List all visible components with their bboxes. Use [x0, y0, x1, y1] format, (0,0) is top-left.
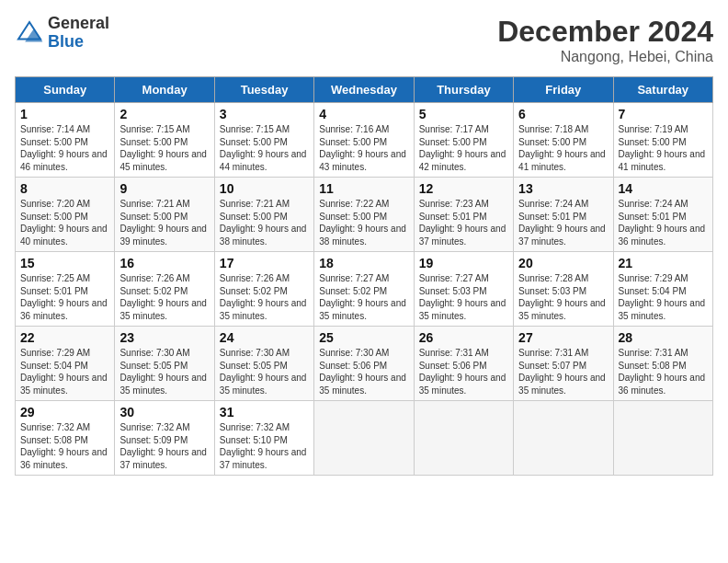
calendar-cell: 29Sunrise: 7:32 AMSunset: 5:08 PMDayligh…: [16, 401, 115, 476]
day-header-friday: Friday: [514, 77, 613, 103]
calendar-cell: 28Sunrise: 7:31 AMSunset: 5:08 PMDayligh…: [613, 327, 712, 401]
logo: General Blue: [15, 15, 109, 52]
calendar-week-2: 8Sunrise: 7:20 AMSunset: 5:00 PMDaylight…: [16, 178, 713, 252]
cell-details: Sunrise: 7:27 AMSunset: 5:03 PMDaylight:…: [419, 272, 508, 322]
cell-details: Sunrise: 7:20 AMSunset: 5:00 PMDaylight:…: [20, 198, 109, 247]
cell-details: Sunrise: 7:31 AMSunset: 5:07 PMDaylight:…: [518, 347, 608, 396]
day-number: 18: [319, 256, 408, 270]
calendar-header-row: SundayMondayTuesdayWednesdayThursdayFrid…: [16, 77, 713, 103]
day-number: 25: [319, 330, 408, 345]
cell-details: Sunrise: 7:17 AMSunset: 5:00 PMDaylight:…: [419, 123, 508, 173]
calendar-cell: 7Sunrise: 7:19 AMSunset: 5:00 PMDaylight…: [613, 103, 712, 178]
calendar-cell: [414, 401, 513, 476]
cell-details: Sunrise: 7:32 AMSunset: 5:09 PMDaylight:…: [119, 421, 209, 471]
cell-details: Sunrise: 7:24 AMSunset: 5:01 PMDaylight:…: [619, 198, 708, 247]
calendar-cell: 18Sunrise: 7:27 AMSunset: 5:02 PMDayligh…: [314, 252, 414, 327]
calendar-cell: 23Sunrise: 7:30 AMSunset: 5:05 PMDayligh…: [115, 327, 214, 401]
day-number: 24: [220, 330, 309, 345]
cell-details: Sunrise: 7:30 AMSunset: 5:05 PMDaylight:…: [220, 347, 309, 396]
cell-details: Sunrise: 7:32 AMSunset: 5:08 PMDaylight:…: [20, 421, 109, 471]
day-number: 14: [619, 181, 708, 196]
calendar-cell: 12Sunrise: 7:23 AMSunset: 5:01 PMDayligh…: [414, 178, 513, 252]
logo-icon: [15, 18, 44, 48]
cell-details: Sunrise: 7:30 AMSunset: 5:05 PMDaylight:…: [119, 347, 209, 396]
calendar-cell: 24Sunrise: 7:30 AMSunset: 5:05 PMDayligh…: [214, 327, 313, 401]
cell-details: Sunrise: 7:22 AMSunset: 5:00 PMDaylight:…: [319, 198, 408, 247]
calendar-cell: 19Sunrise: 7:27 AMSunset: 5:03 PMDayligh…: [414, 252, 513, 327]
cell-details: Sunrise: 7:18 AMSunset: 5:00 PMDaylight:…: [518, 123, 608, 173]
cell-details: Sunrise: 7:16 AMSunset: 5:00 PMDaylight:…: [319, 123, 408, 173]
calendar-cell: 21Sunrise: 7:29 AMSunset: 5:04 PMDayligh…: [613, 252, 712, 327]
day-number: 20: [518, 256, 608, 270]
calendar-cell: 25Sunrise: 7:30 AMSunset: 5:06 PMDayligh…: [314, 327, 414, 401]
cell-details: Sunrise: 7:31 AMSunset: 5:08 PMDaylight:…: [619, 347, 708, 396]
day-number: 28: [619, 330, 708, 345]
day-number: 7: [619, 107, 708, 121]
calendar-cell: 8Sunrise: 7:20 AMSunset: 5:00 PMDaylight…: [16, 178, 115, 252]
logo-line1: General: [48, 15, 109, 33]
calendar-cell: 31Sunrise: 7:32 AMSunset: 5:10 PMDayligh…: [214, 401, 313, 476]
calendar-cell: 5Sunrise: 7:17 AMSunset: 5:00 PMDaylight…: [414, 103, 513, 178]
svg-rect-0: [17, 19, 43, 46]
day-number: 17: [220, 256, 309, 270]
day-number: 16: [119, 256, 209, 270]
day-header-sunday: Sunday: [16, 77, 115, 103]
calendar-cell: 14Sunrise: 7:24 AMSunset: 5:01 PMDayligh…: [613, 178, 712, 252]
calendar-cell: [314, 401, 414, 476]
day-number: 6: [518, 107, 608, 121]
cell-details: Sunrise: 7:32 AMSunset: 5:10 PMDaylight:…: [220, 421, 309, 471]
calendar-cell: 2Sunrise: 7:15 AMSunset: 5:00 PMDaylight…: [115, 103, 214, 178]
calendar-cell: 16Sunrise: 7:26 AMSunset: 5:02 PMDayligh…: [115, 252, 214, 327]
day-number: 12: [419, 181, 508, 196]
day-number: 26: [419, 330, 508, 345]
day-number: 2: [119, 107, 209, 121]
cell-details: Sunrise: 7:25 AMSunset: 5:01 PMDaylight:…: [20, 272, 109, 322]
title-block: December 2024 Nangong, Hebei, China: [497, 15, 713, 65]
day-number: 23: [119, 330, 209, 345]
cell-details: Sunrise: 7:15 AMSunset: 5:00 PMDaylight:…: [119, 123, 209, 173]
page-header: General Blue December 2024 Nangong, Hebe…: [15, 15, 713, 65]
day-number: 4: [319, 107, 408, 121]
day-number: 22: [20, 330, 109, 345]
day-number: 9: [119, 181, 209, 196]
calendar-cell: 10Sunrise: 7:21 AMSunset: 5:00 PMDayligh…: [214, 178, 313, 252]
cell-details: Sunrise: 7:21 AMSunset: 5:00 PMDaylight:…: [220, 198, 309, 247]
calendar-cell: [613, 401, 712, 476]
calendar-cell: [514, 401, 613, 476]
day-number: 15: [20, 256, 109, 270]
calendar-table: SundayMondayTuesdayWednesdayThursdayFrid…: [15, 76, 713, 476]
cell-details: Sunrise: 7:29 AMSunset: 5:04 PMDaylight:…: [619, 272, 708, 322]
day-number: 31: [220, 405, 309, 419]
day-number: 11: [319, 181, 408, 196]
day-header-tuesday: Tuesday: [214, 77, 313, 103]
calendar-cell: 20Sunrise: 7:28 AMSunset: 5:03 PMDayligh…: [514, 252, 613, 327]
day-number: 30: [119, 405, 209, 419]
cell-details: Sunrise: 7:29 AMSunset: 5:04 PMDaylight:…: [20, 347, 109, 396]
cell-details: Sunrise: 7:28 AMSunset: 5:03 PMDaylight:…: [518, 272, 608, 322]
cell-details: Sunrise: 7:15 AMSunset: 5:00 PMDaylight:…: [220, 123, 309, 173]
calendar-cell: 22Sunrise: 7:29 AMSunset: 5:04 PMDayligh…: [16, 327, 115, 401]
calendar-cell: 6Sunrise: 7:18 AMSunset: 5:00 PMDaylight…: [514, 103, 613, 178]
logo-line2: Blue: [48, 33, 109, 52]
cell-details: Sunrise: 7:26 AMSunset: 5:02 PMDaylight:…: [220, 272, 309, 322]
calendar-week-4: 22Sunrise: 7:29 AMSunset: 5:04 PMDayligh…: [16, 327, 713, 401]
calendar-week-1: 1Sunrise: 7:14 AMSunset: 5:00 PMDaylight…: [16, 103, 713, 178]
calendar-cell: 4Sunrise: 7:16 AMSunset: 5:00 PMDaylight…: [314, 103, 414, 178]
calendar-cell: 27Sunrise: 7:31 AMSunset: 5:07 PMDayligh…: [514, 327, 613, 401]
day-number: 13: [518, 181, 608, 196]
day-header-saturday: Saturday: [613, 77, 712, 103]
calendar-cell: 1Sunrise: 7:14 AMSunset: 5:00 PMDaylight…: [16, 103, 115, 178]
day-number: 8: [20, 181, 109, 196]
day-number: 5: [419, 107, 508, 121]
calendar-cell: 26Sunrise: 7:31 AMSunset: 5:06 PMDayligh…: [414, 327, 513, 401]
cell-details: Sunrise: 7:30 AMSunset: 5:06 PMDaylight:…: [319, 347, 408, 396]
calendar-cell: 3Sunrise: 7:15 AMSunset: 5:00 PMDaylight…: [214, 103, 313, 178]
day-header-monday: Monday: [115, 77, 214, 103]
day-number: 21: [619, 256, 708, 270]
day-number: 19: [419, 256, 508, 270]
location: Nangong, Hebei, China: [497, 49, 713, 65]
calendar-cell: 17Sunrise: 7:26 AMSunset: 5:02 PMDayligh…: [214, 252, 313, 327]
day-number: 3: [220, 107, 309, 121]
day-number: 10: [220, 181, 309, 196]
calendar-week-3: 15Sunrise: 7:25 AMSunset: 5:01 PMDayligh…: [16, 252, 713, 327]
